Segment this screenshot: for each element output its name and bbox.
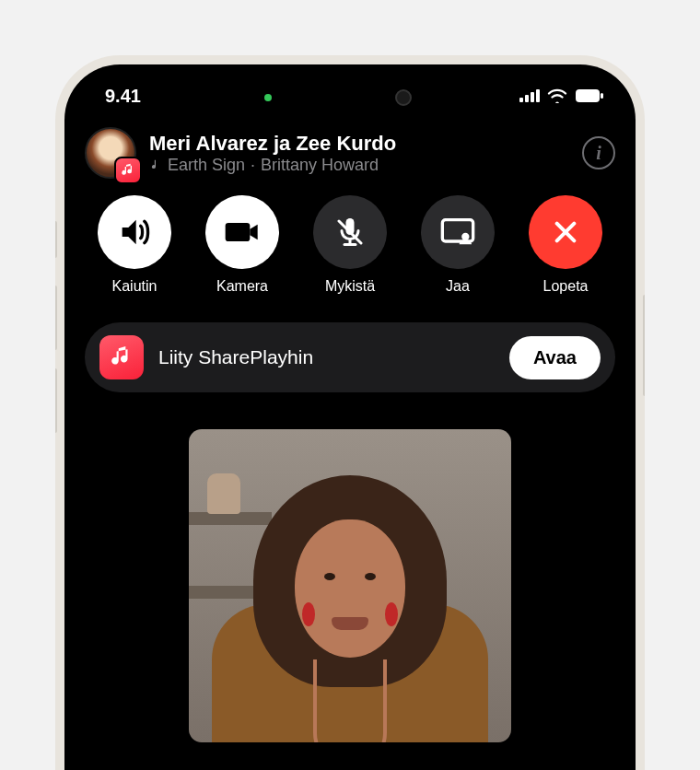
svg-rect-1 — [525, 95, 529, 102]
svg-rect-3 — [536, 89, 540, 102]
front-camera-icon — [395, 89, 412, 106]
close-icon — [551, 217, 580, 247]
camera-button[interactable] — [205, 195, 279, 269]
status-bar: 9.41 — [64, 64, 636, 116]
status-time: 9.41 — [105, 86, 141, 107]
volume-down-button — [55, 368, 57, 433]
shareplay-text: Liity SharePlayhin — [158, 346, 495, 368]
speaker-control: Kaiutin — [88, 195, 181, 295]
camera-indicator-icon — [264, 94, 272, 101]
phone-frame: 9.41 — [55, 55, 645, 770]
svg-rect-2 — [531, 92, 534, 102]
share-button[interactable] — [421, 195, 495, 269]
camera-control: Kamera — [196, 195, 288, 295]
svg-rect-0 — [519, 98, 523, 102]
mute-label: Mykistä — [325, 278, 375, 295]
svg-rect-4 — [576, 89, 600, 102]
svg-rect-5 — [601, 93, 603, 99]
battery-icon — [575, 88, 604, 103]
participant-avatar[interactable] — [85, 127, 136, 179]
person-illustration — [203, 466, 497, 742]
call-subtitle: Earth Sign · Brittany Howard — [149, 156, 569, 175]
share-label: Jaa — [446, 278, 470, 295]
shareplay-card: Liity SharePlayhin Avaa — [85, 322, 615, 392]
dynamic-island — [281, 79, 419, 116]
song-name: Earth Sign — [168, 156, 245, 175]
end-control: Lopeta — [519, 195, 612, 295]
participant-video[interactable] — [189, 429, 511, 742]
svg-point-8 — [461, 233, 469, 240]
share-screen-icon — [439, 214, 476, 251]
status-icons — [519, 88, 604, 103]
info-button[interactable]: i — [582, 136, 615, 169]
wifi-icon — [547, 88, 567, 103]
volume-up-button — [55, 286, 57, 350]
call-header-text: Meri Alvarez ja Zee Kurdo Earth Sign · B… — [149, 132, 569, 175]
music-app-icon — [99, 335, 144, 379]
camera-icon — [224, 214, 261, 251]
camera-label: Kamera — [216, 278, 268, 295]
side-button — [55, 221, 57, 258]
open-button[interactable]: Avaa — [509, 336, 601, 379]
power-button — [643, 295, 645, 396]
screen: 9.41 — [64, 64, 636, 770]
music-badge-icon — [114, 157, 142, 184]
call-title: Meri Alvarez ja Zee Kurdo — [149, 132, 569, 156]
mic-off-icon — [333, 216, 367, 249]
mute-button[interactable] — [313, 195, 387, 269]
call-header: Meri Alvarez ja Zee Kurdo Earth Sign · B… — [64, 116, 636, 195]
end-call-button[interactable] — [529, 195, 602, 269]
open-button-label: Avaa — [533, 347, 577, 368]
speaker-button[interactable] — [98, 195, 171, 269]
mute-control: Mykistä — [304, 195, 396, 295]
separator: · — [251, 156, 255, 175]
speaker-icon — [116, 214, 153, 251]
share-control: Jaa — [412, 195, 504, 295]
end-label: Lopeta — [543, 278, 589, 295]
note-icon — [149, 158, 162, 172]
info-icon: i — [596, 143, 601, 164]
call-controls: Kaiutin Kamera — [64, 195, 636, 306]
artist-name: Brittany Howard — [261, 156, 379, 175]
speaker-label: Kaiutin — [112, 278, 158, 295]
cellular-icon — [519, 89, 540, 102]
